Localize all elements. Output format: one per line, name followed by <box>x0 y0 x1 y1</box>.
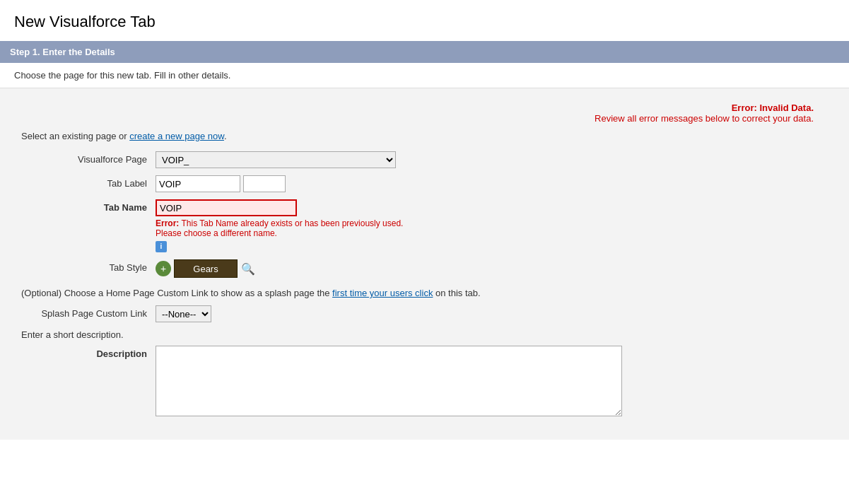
first-time-link[interactable]: first time your users click <box>332 288 433 298</box>
create-new-page-link[interactable]: create a new page now <box>129 131 224 141</box>
tab-label-input[interactable] <box>156 175 240 192</box>
splash-select[interactable]: --None-- <box>156 305 211 322</box>
form-section: Error: Invalid Data. Review all error me… <box>0 88 849 440</box>
tab-style-input-area: + Gears 🔍 <box>156 259 835 278</box>
splash-row: Splash Page Custom Link --None-- <box>14 305 835 322</box>
optional-text-end: on this tab. <box>433 288 480 298</box>
tab-name-label: Tab Name <box>14 199 156 213</box>
tab-style-button[interactable]: Gears <box>174 259 238 278</box>
optional-text: (Optional) Choose a Home Page Custom Lin… <box>21 288 835 298</box>
description-label: Description <box>14 346 156 359</box>
page-title: New Visualforce Tab <box>0 0 849 41</box>
intro-static-text: Choose the page for this new tab. Fill i… <box>14 70 230 81</box>
intro-text: Choose the page for this new tab. Fill i… <box>0 63 849 88</box>
tab-name-error-line2: Please choose a different name. <box>156 228 277 238</box>
select-existing-before: Select an existing page or <box>21 131 129 141</box>
enter-desc-text: Enter a short description. <box>21 329 835 340</box>
tab-style-row: Tab Style + Gears 🔍 <box>14 259 835 278</box>
optional-text-start: (Optional) Choose a Home Page Custom Lin… <box>21 288 332 298</box>
splash-input-area: --None-- <box>156 305 835 322</box>
tab-name-input-area: Error: This Tab Name already exists or h… <box>156 199 835 252</box>
vf-page-label: Visualforce Page <box>14 151 156 165</box>
tab-name-error-text: This Tab Name already exists or has been… <box>181 218 403 228</box>
tab-label-suffix-input[interactable] <box>243 175 286 192</box>
error-summary: Error: Invalid Data. Review all error me… <box>14 102 835 124</box>
tab-label-row: Tab Label <box>14 175 835 192</box>
tab-name-error-label: Error: <box>156 218 179 228</box>
description-textarea[interactable] <box>156 346 622 416</box>
info-icon[interactable]: i <box>156 241 167 252</box>
select-existing-text: Select an existing page or create a new … <box>14 131 835 141</box>
error-summary-line1: Error: Invalid Data. <box>14 102 814 113</box>
tab-label-inputs <box>156 175 835 192</box>
tab-name-row: Tab Name Error: This Tab Name already ex… <box>14 199 835 252</box>
add-icon: + <box>160 263 166 274</box>
vf-page-row: Visualforce Page VOIP_ <box>14 151 835 168</box>
vf-page-select-container: VOIP_ <box>156 151 835 168</box>
tab-label-input-area <box>156 175 835 192</box>
page-wrapper: New Visualforce Tab Step 1. Enter the De… <box>0 0 849 504</box>
vf-page-select[interactable]: VOIP_ <box>156 151 396 168</box>
tab-label-label: Tab Label <box>14 175 156 189</box>
tab-name-error: Error: This Tab Name already exists or h… <box>156 218 835 238</box>
step-header: Step 1. Enter the Details <box>0 41 849 63</box>
tab-name-input[interactable] <box>156 199 297 216</box>
magnifier-icon: 🔍 <box>241 262 255 276</box>
description-input-area <box>156 346 835 418</box>
tab-style-add-icon[interactable]: + <box>156 261 171 276</box>
tab-style-label: Tab Style <box>14 259 156 273</box>
error-summary-line2: Review all error messages below to corre… <box>14 113 814 124</box>
tab-style-area: + Gears 🔍 <box>156 259 835 278</box>
tab-style-search-icon[interactable]: 🔍 <box>240 261 256 276</box>
description-row: Description <box>14 346 835 418</box>
vf-page-input-area: VOIP_ <box>156 151 835 168</box>
splash-label: Splash Page Custom Link <box>14 305 156 319</box>
